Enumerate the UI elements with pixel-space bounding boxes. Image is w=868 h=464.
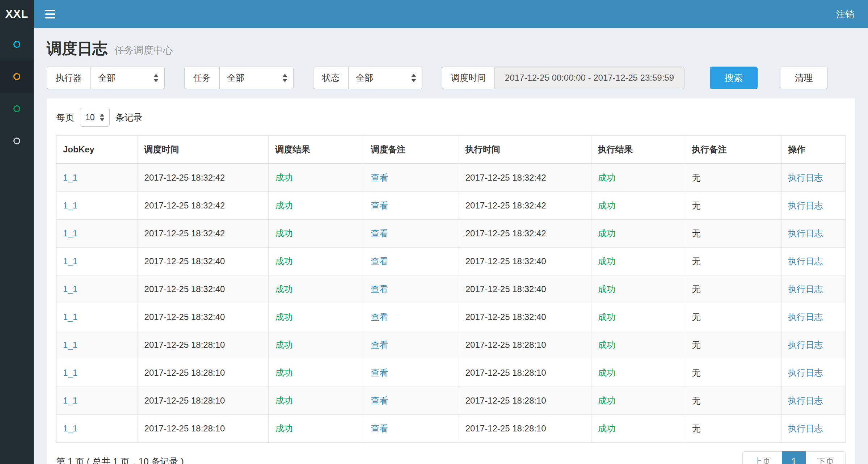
sidebar-item-1[interactable] — [0, 28, 34, 60]
jobkey-link[interactable]: 1_1 — [63, 368, 77, 377]
jobkey-link[interactable]: 1_1 — [63, 256, 77, 266]
column-header-exec-result: 执行结果 — [591, 136, 685, 164]
cell-exec-time: 2017-12-25 18:32:42 — [459, 164, 591, 192]
jobkey-link[interactable]: 1_1 — [63, 201, 77, 210]
executor-select[interactable]: 全部 — [90, 67, 165, 89]
main-content: 调度日志 任务调度中心 执行器 全部 任务 全部 状态 全部 — [34, 28, 868, 464]
jobkey-link[interactable]: 1_1 — [63, 396, 77, 405]
exec-log-link[interactable]: 执行日志 — [788, 396, 823, 405]
cell-dispatch-result: 成功 — [269, 220, 364, 248]
cell-dispatch-remark: 查看 — [364, 164, 459, 192]
jobkey-link[interactable]: 1_1 — [63, 340, 77, 350]
page-1-button[interactable]: 1 — [782, 451, 806, 464]
view-remark-link[interactable]: 查看 — [371, 173, 388, 182]
cell-exec-result: 成功 — [591, 359, 685, 387]
view-remark-link[interactable]: 查看 — [371, 396, 388, 405]
cell-dispatch-time: 2017-12-25 18:32:40 — [138, 248, 269, 275]
cell-exec-result: 成功 — [591, 164, 685, 192]
cell-exec-remark: 无 — [685, 359, 781, 387]
time-range-input[interactable]: 2017-12-25 00:00:00 - 2017-12-25 23:59:5… — [494, 67, 684, 89]
cell-dispatch-time: 2017-12-25 18:32:40 — [138, 303, 269, 331]
cell-exec-result: 成功 — [591, 387, 685, 415]
cell-action: 执行日志 — [781, 220, 846, 248]
cell-action: 执行日志 — [781, 303, 846, 331]
circle-icon — [13, 138, 20, 144]
view-remark-link[interactable]: 查看 — [371, 284, 388, 294]
executor-filter-group: 执行器 全部 — [47, 67, 165, 89]
cell-exec-time: 2017-12-25 18:28:10 — [459, 415, 591, 443]
jobkey-link[interactable]: 1_1 — [63, 284, 77, 294]
search-button[interactable]: 搜索 — [710, 67, 758, 89]
exec-log-link[interactable]: 执行日志 — [788, 201, 823, 210]
cell-jobkey: 1_1 — [56, 164, 138, 192]
content-header: 调度日志 任务调度中心 — [34, 28, 868, 67]
page-size-control: 每页 10 条记录 — [47, 98, 855, 127]
circle-icon — [13, 41, 20, 48]
cell-dispatch-remark: 查看 — [364, 192, 459, 220]
page-size-select[interactable]: 10 — [80, 108, 110, 127]
cell-exec-result: 成功 — [591, 248, 685, 275]
sidebar-toggle-button[interactable] — [34, 0, 67, 28]
exec-log-link[interactable]: 执行日志 — [788, 228, 823, 238]
jobkey-link[interactable]: 1_1 — [63, 312, 77, 322]
cell-exec-result: 成功 — [591, 192, 685, 220]
column-header-jobkey: JobKey — [56, 136, 138, 164]
cell-dispatch-remark: 查看 — [364, 331, 459, 359]
view-remark-link[interactable]: 查看 — [371, 201, 388, 210]
job-select-value: 全部 — [227, 72, 244, 84]
circle-icon — [13, 105, 20, 112]
cell-jobkey: 1_1 — [56, 275, 138, 303]
cell-jobkey: 1_1 — [56, 359, 138, 387]
logout-link[interactable]: 注销 — [822, 0, 868, 28]
job-select[interactable]: 全部 — [219, 67, 294, 89]
jobkey-link[interactable]: 1_1 — [63, 423, 77, 433]
page-size-value: 10 — [85, 113, 95, 122]
pagination: 上页 1 下页 — [742, 451, 846, 464]
cell-exec-remark: 无 — [685, 275, 781, 303]
cell-exec-time: 2017-12-25 18:32:42 — [459, 220, 591, 248]
executor-select-value: 全部 — [98, 72, 115, 84]
exec-log-link[interactable]: 执行日志 — [788, 312, 823, 322]
column-header-dispatch-time: 调度时间 — [138, 136, 269, 164]
exec-log-link[interactable]: 执行日志 — [788, 368, 823, 377]
table-row: 1_1 2017-12-25 18:28:10 成功 查看 2017-12-25… — [56, 331, 846, 359]
cell-action: 执行日志 — [781, 164, 846, 192]
job-filter-group: 任务 全部 — [184, 67, 294, 89]
view-remark-link[interactable]: 查看 — [371, 368, 388, 377]
cell-action: 执行日志 — [781, 275, 846, 303]
sidebar-item-3[interactable] — [0, 93, 34, 125]
view-remark-link[interactable]: 查看 — [371, 256, 388, 266]
cell-exec-remark: 无 — [685, 331, 781, 359]
status-select[interactable]: 全部 — [348, 67, 422, 89]
sidebar-item-4[interactable] — [0, 125, 34, 157]
exec-log-link[interactable]: 执行日志 — [788, 284, 823, 294]
prev-page-button[interactable]: 上页 — [742, 451, 782, 464]
circle-icon — [13, 73, 20, 80]
cell-jobkey: 1_1 — [56, 192, 138, 220]
cell-dispatch-result: 成功 — [269, 248, 364, 275]
cell-exec-result: 成功 — [591, 331, 685, 359]
clear-button[interactable]: 清理 — [780, 67, 828, 89]
cell-dispatch-remark: 查看 — [364, 248, 459, 275]
table-row: 1_1 2017-12-25 18:32:40 成功 查看 2017-12-25… — [56, 248, 846, 275]
cell-action: 执行日志 — [781, 192, 846, 220]
jobkey-link[interactable]: 1_1 — [63, 173, 77, 182]
app-logo[interactable]: XXL — [0, 0, 34, 28]
cell-dispatch-time: 2017-12-25 18:32:42 — [138, 192, 269, 220]
next-page-button[interactable]: 下页 — [806, 451, 846, 464]
exec-log-link[interactable]: 执行日志 — [788, 423, 823, 433]
cell-exec-time: 2017-12-25 18:32:40 — [459, 275, 591, 303]
sidebar-item-2[interactable] — [0, 60, 34, 93]
view-remark-link[interactable]: 查看 — [371, 312, 388, 322]
exec-log-link[interactable]: 执行日志 — [788, 256, 823, 266]
time-filter-group: 调度时间 2017-12-25 00:00:00 - 2017-12-25 23… — [442, 67, 684, 89]
view-remark-link[interactable]: 查看 — [371, 423, 388, 433]
jobkey-link[interactable]: 1_1 — [63, 228, 77, 238]
view-remark-link[interactable]: 查看 — [371, 340, 388, 350]
view-remark-link[interactable]: 查看 — [371, 228, 388, 238]
cell-dispatch-time: 2017-12-25 18:32:40 — [138, 275, 269, 303]
exec-log-link[interactable]: 执行日志 — [788, 173, 823, 182]
exec-log-link[interactable]: 执行日志 — [788, 340, 823, 350]
cell-exec-time: 2017-12-25 18:28:10 — [459, 359, 591, 387]
table-footer: 第 1 页 ( 总共 1 页，10 条记录 ) 上页 1 下页 — [47, 443, 855, 464]
